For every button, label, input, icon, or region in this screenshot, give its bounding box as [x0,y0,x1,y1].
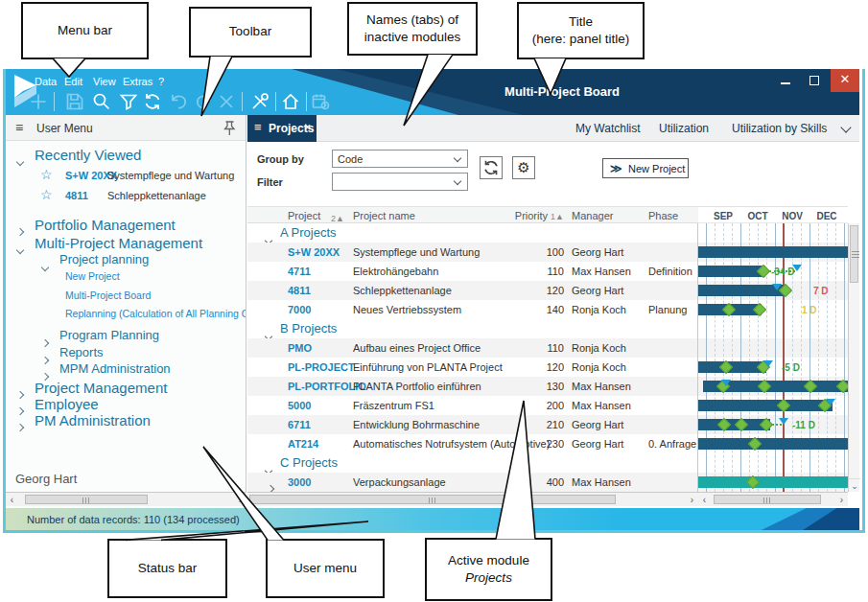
chevron-down-icon[interactable] [17,151,23,169]
tab-menu-icon[interactable]: ≡ [254,120,262,134]
sidebar-item-pm-administration[interactable]: PM Administration [35,412,151,428]
gantt-bar-at214[interactable] [698,438,848,450]
project-id[interactable]: S+W 20XX [288,246,340,258]
table-row-at214[interactable]: AT214Automatisches Notrufsystem (Automot… [247,434,698,453]
sidebar-item-project-management[interactable]: Project Management [35,380,167,396]
refresh-icon[interactable] [141,90,164,113]
menu-item-extras[interactable]: Extras [123,76,152,87]
group-row-a-projects[interactable]: A Projects [247,223,698,243]
scroll-right-arrow[interactable]: › [234,494,246,506]
favorite-star-icon[interactable]: ☆ [40,167,53,182]
tab-my-watchlist[interactable]: My Watchlist [575,122,641,135]
tab-close-icon[interactable]: × [304,121,311,134]
chevron-right-icon[interactable] [42,333,48,350]
project-id[interactable]: 4711 [288,266,311,277]
project-id[interactable]: PL-PROJECT [288,361,355,373]
table-hscrollbar[interactable]: › [247,492,698,506]
sidebar-link-multi-project-board[interactable]: Multi-Project Board [65,289,151,301]
project-id[interactable]: 6711 [288,419,311,430]
maximize-button[interactable] [800,69,829,92]
sidebar-item-recently-viewed[interactable]: Recently Viewed [35,147,141,163]
group-row-b-projects[interactable]: B Projects [247,319,698,338]
table-row-5000[interactable]: 5000Fräszentrum FS1200Max Hansen [247,396,698,415]
search-icon[interactable] [90,90,113,113]
project-id[interactable]: PMO [288,342,312,354]
table-row-pl-portfolio[interactable]: PL-PORTFOLIOPLANTA Portfolio einführen13… [247,377,698,396]
table-row-4811[interactable]: 4811Schleppkettenanlage120Georg Hart [247,281,698,300]
table-row-7000[interactable]: 7000Neues Vertriebssystem140Ronja KochPl… [247,300,698,319]
chevron-right-icon[interactable] [17,221,23,239]
filter-icon[interactable] [117,90,140,113]
table-row-4711[interactable]: 4711Elektrohängebahn110Max HansenDefinit… [247,262,698,281]
column-header-manager[interactable]: Manager [572,210,613,221]
sidebar-item-program-planning[interactable]: Program Planning [59,328,159,342]
project-id[interactable]: 3000 [288,476,311,488]
chevron-down-icon[interactable] [42,257,48,274]
gantt-bar-s-w-20xx[interactable] [698,246,848,258]
table-row-6711[interactable]: 6711Entwicklung Bohrmaschine210Georg Har… [247,415,698,434]
menu-item-edit[interactable]: Edit [64,76,82,87]
vertical-scrollbar-thumb[interactable] [850,225,858,283]
home-icon[interactable] [279,90,302,113]
tab-projects-active[interactable]: ≡ Projects × [247,115,317,142]
scroll-left-arrow[interactable]: ‹ [698,494,711,506]
filter-select[interactable] [332,173,468,191]
tab-utilization-by-skills[interactable]: Utilization by Skills [732,122,827,135]
chevron-down-icon[interactable] [17,240,23,257]
project-id[interactable]: 4811 [288,285,311,296]
chevron-right-icon[interactable] [42,350,48,367]
table-row-pmo[interactable]: PMOAufbau eines Project Office110Ronja K… [247,338,698,358]
favorite-star-icon[interactable]: ☆ [40,187,53,202]
sidebar-item-reports[interactable]: Reports [59,345,104,359]
gantt-hscrollbar-thumb[interactable] [714,495,821,504]
menu-item-[interactable]: ? [158,76,164,87]
scroll-right-arrow[interactable]: › [835,494,848,506]
column-header-phase[interactable]: Phase [648,210,678,221]
scroll-left-arrow[interactable]: ‹ [6,494,18,506]
group-by-select[interactable]: Code [332,150,468,168]
chevron-right-icon[interactable] [268,478,273,492]
sidebar-item-employee[interactable]: Employee [35,396,99,412]
minimize-button[interactable] [771,69,800,92]
sidebar-item-project-planning[interactable]: Project planning [59,252,149,266]
chevron-right-icon[interactable] [17,417,23,434]
pin-icon[interactable] [221,119,238,138]
menu-item-data[interactable]: Data [35,76,57,87]
table-row-3000[interactable]: 3000Verpackungsanlage400Max Hansen [247,473,698,492]
column-header-project[interactable]: Project [288,210,320,221]
project-id[interactable]: 7000 [288,304,311,315]
settings-button[interactable]: ⚙ [512,156,535,179]
sidebar-item-portfolio-management[interactable]: Portfolio Management [35,217,176,233]
chevron-right-icon[interactable] [17,401,23,418]
gantt-bar-3000[interactable] [698,476,848,488]
gantt-bar-4711[interactable] [698,266,765,277]
gantt-hscrollbar[interactable]: ‹ › [698,492,848,506]
column-header-priority[interactable]: Priority 1▲ [508,210,564,221]
sidebar-link-new-project[interactable]: New Project [65,270,120,282]
sidebar-item-mpm-administration[interactable]: MPM Administration [59,361,171,376]
tab-overflow-chevron-icon[interactable] [840,122,851,132]
column-header-project-name[interactable]: Project name [353,210,415,221]
project-id[interactable]: AT214 [288,438,318,450]
hamburger-icon[interactable]: ≡ [15,120,23,135]
gantt-bar-5000[interactable] [698,400,833,411]
table-row-pl-project[interactable]: PL-PROJECTEinführung von PLANTA Project1… [247,358,698,377]
scroll-down-arrow[interactable]: ⌄ [849,478,860,492]
project-id[interactable]: 5000 [288,400,311,411]
tools-icon[interactable] [248,90,271,113]
close-button[interactable]: ✕ [831,69,859,92]
new-project-button[interactable]: ≫ New Project [602,158,689,178]
group-row-c-projects[interactable]: C Projects [247,453,698,473]
chevron-right-icon[interactable] [17,384,23,402]
table-row-s-w-20xx[interactable]: S+W 20XXSystempflege und Wartung100Georg… [247,243,698,262]
table-hscrollbar-thumb[interactable] [249,495,616,504]
sidebar-hscrollbar[interactable]: ‹ › [6,492,246,506]
vertical-scrollbar[interactable]: ⌄ [848,223,859,492]
menu-item-view[interactable]: View [93,76,116,87]
scroll-right-arrow[interactable]: › [686,494,698,506]
sidebar-hscrollbar-thumb[interactable] [25,495,148,504]
sidebar-item-multi-project-management[interactable]: Multi-Project Management [35,235,202,251]
sidebar-link-replanning-calculation-of-all-planning-objects-[interactable]: Replanning (Calculation of All Planning … [65,308,246,319]
tab-utilization[interactable]: Utilization [659,122,709,135]
favorite-id-4811[interactable]: 4811 [65,190,88,201]
